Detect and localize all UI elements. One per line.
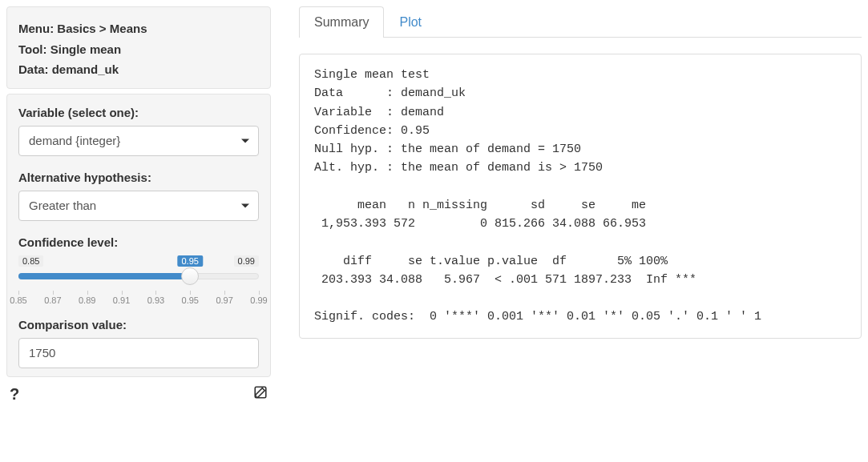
help-icon[interactable]: ? [10, 385, 19, 404]
controls-panel: Variable (select one): demand {integer} … [6, 94, 271, 377]
edit-icon[interactable] [253, 385, 268, 404]
variable-select[interactable]: demand {integer} [18, 126, 259, 156]
althyp-select[interactable]: Greater than [18, 191, 259, 221]
tool-name: Tool: Single mean [18, 39, 259, 60]
slider-fill [18, 273, 190, 279]
slider-tick [122, 291, 123, 295]
slider-tick [18, 291, 19, 295]
slider-tick-label: 0.99 [250, 295, 267, 305]
tab-summary[interactable]: Summary [299, 6, 384, 38]
slider-max-label: 0.99 [234, 255, 259, 267]
slider-tick [259, 291, 260, 295]
variable-select-wrap: demand {integer} [18, 126, 259, 156]
althyp-select-wrap: Greater than [18, 191, 259, 221]
comp-value-input[interactable] [18, 338, 259, 368]
slider-tick-label: 0.97 [216, 295, 232, 305]
slider-tick-label: 0.91 [113, 295, 130, 305]
main-area: Summary Plot Single mean test Data : dem… [299, 6, 862, 404]
menu-breadcrumb: Menu: Basics > Means [18, 18, 259, 39]
output-text: Single mean test Data : demand_uk Variab… [299, 54, 862, 339]
tab-plot[interactable]: Plot [384, 6, 437, 38]
comp-label: Comparison value: [18, 318, 259, 331]
conf-slider[interactable]: 0.85 0.95 0.99 0.850.870.890.910.930.950… [18, 255, 259, 307]
slider-tick-label: 0.85 [10, 295, 26, 305]
footer-icons: ? [6, 382, 271, 404]
althyp-label: Alternative hypothesis: [18, 171, 259, 184]
slider-tick-label: 0.89 [79, 295, 95, 305]
info-panel: Menu: Basics > Means Tool: Single mean D… [6, 6, 271, 89]
slider-value-label: 0.95 [177, 255, 202, 267]
slider-tick [53, 291, 54, 295]
slider-tick [155, 291, 156, 295]
variable-label: Variable (select one): [18, 106, 259, 119]
slider-tick [190, 291, 191, 295]
tab-bar: Summary Plot [299, 6, 862, 38]
data-name-line: Data: demand_uk [18, 59, 259, 80]
svg-rect-0 [255, 387, 266, 398]
slider-tick [87, 291, 88, 295]
conf-label: Confidence level: [18, 235, 259, 249]
sidebar: Menu: Basics > Means Tool: Single mean D… [6, 6, 271, 404]
slider-tick-label: 0.93 [147, 295, 164, 305]
slider-tick-label: 0.87 [44, 295, 61, 305]
slider-tick-label: 0.95 [182, 295, 199, 305]
slider-min-label: 0.85 [18, 255, 43, 267]
slider-ticks: 0.850.870.890.910.930.950.970.99 [18, 291, 259, 307]
slider-handle[interactable] [181, 267, 199, 285]
slider-tick [224, 291, 225, 295]
